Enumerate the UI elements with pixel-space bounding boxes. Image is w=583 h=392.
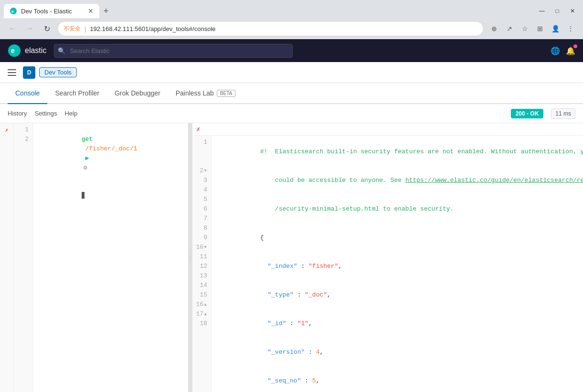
back-button[interactable]: ← — [6, 22, 19, 35]
run-button[interactable]: ▶ — [85, 155, 89, 162]
left-code-content[interactable]: get /fisher/_doc/1 ▶ ⚙ — [33, 123, 188, 392]
notification-badge — [573, 44, 577, 48]
line-num-2: 2 — [16, 135, 29, 144]
gutter-cell-1: ✗ — [1, 125, 12, 135]
rln-16: 16▴ — [194, 300, 207, 309]
key-id: "_id" — [267, 320, 286, 327]
hamburger-line-3 — [8, 75, 16, 76]
comment-text-3: /security-minimal-setup.html to enable s… — [260, 205, 454, 212]
tab-grok-debugger[interactable]: Grok Debugger — [107, 83, 168, 104]
method-keyword: get — [82, 136, 93, 143]
help-button[interactable]: Help — [64, 110, 77, 117]
address-bar[interactable]: 不安全 | 192.168.42.111:5601/app/dev_tools#… — [57, 21, 484, 36]
val-index: "fisher" — [308, 263, 338, 270]
app: e elastic 🔍 🌐 🔔 D Dev Tools — [0, 39, 583, 392]
key-index: "_index" — [267, 263, 297, 270]
rln-12: 12 — [194, 262, 207, 271]
key-type: "_type" — [267, 291, 294, 298]
output-line-7: "_seq_no" : 5, — [215, 367, 583, 392]
notifications-icon[interactable]: 🔔 — [566, 46, 575, 55]
search-input[interactable] — [54, 44, 293, 58]
cursor — [82, 192, 85, 199]
maximize-button[interactable]: □ — [551, 6, 564, 16]
output-line-2: { — [215, 223, 583, 252]
search-wrapper: 🔍 — [54, 44, 293, 58]
dev-tools-breadcrumb[interactable]: Dev Tools — [39, 67, 77, 77]
bookmark-button[interactable]: ☆ — [518, 22, 531, 35]
rln-10: 10▾ — [194, 243, 207, 252]
reload-button[interactable]: ↻ — [40, 22, 53, 35]
rln-7: 7 — [194, 214, 207, 223]
globe-icon[interactable]: 🌐 — [551, 46, 560, 55]
search-icon: 🔍 — [58, 47, 65, 54]
app-header: e elastic 🔍 🌐 🔔 — [0, 39, 583, 62]
profile-button[interactable]: 👤 — [549, 22, 562, 35]
header-actions: 🌐 🔔 — [551, 46, 575, 55]
wrench-icon[interactable]: ⚙ — [84, 164, 87, 171]
history-button[interactable]: History — [8, 110, 27, 117]
address-url: 192.168.42.111:5601/app/dev_tools#/conso… — [90, 25, 477, 32]
output-line-6: "_version" : 4, — [215, 338, 583, 367]
time-badge: 11 ms — [551, 108, 575, 119]
rln-6: 6 — [194, 204, 207, 214]
settings-button[interactable]: Settings — [34, 110, 57, 117]
val-type: "_doc" — [305, 291, 327, 298]
rln-1: 1 — [194, 138, 207, 147]
user-avatar[interactable]: D — [23, 66, 35, 79]
line-num-1: 1 — [16, 125, 29, 135]
rln-14: 14 — [194, 281, 207, 290]
browser-chrome: e Dev Tools - Elastic ✕ + — □ ✕ ← → ↻ 不安… — [0, 0, 583, 39]
left-code-area: ✗ 1 2 get /fisher/_doc/1 ▶ ⚙ — [0, 123, 188, 392]
share-button[interactable]: ↗ — [503, 22, 516, 35]
split-view-button[interactable]: ⊞ — [533, 22, 547, 35]
rln-blank2 — [194, 157, 207, 166]
path-text: /fisher/_doc/1 — [82, 145, 138, 152]
header-search: 🔍 — [54, 44, 293, 58]
rln-17: 17▴ — [194, 309, 207, 319]
code-line-1: get /fisher/_doc/1 ▶ ⚙ — [37, 125, 188, 182]
translate-button[interactable]: ⊕ — [488, 22, 501, 35]
menu-button[interactable]: ⋮ — [564, 22, 577, 35]
panel-divider[interactable]: ⋮ — [189, 123, 192, 392]
tab-search-profiler[interactable]: Search Profiler — [47, 83, 107, 104]
tab-close-icon[interactable]: ✕ — [88, 7, 94, 15]
forward-button[interactable]: → — [23, 22, 36, 35]
elastic-logo-text: elastic — [25, 46, 46, 55]
tab-console[interactable]: Console — [8, 83, 47, 104]
comment-text-1: #! Elasticsearch built-in security featu… — [260, 148, 583, 155]
address-separator: | — [85, 25, 86, 32]
clear-output-icon[interactable]: ✗ — [196, 123, 200, 135]
rln-blank1 — [194, 147, 207, 157]
val-id: "1" — [297, 320, 308, 327]
tabs-bar: Console Search Profiler Grok Debugger Pa… — [0, 83, 583, 104]
hamburger-line-1 — [8, 69, 16, 70]
left-editor: ✗ 1 2 get /fisher/_doc/1 ▶ ⚙ — [0, 123, 189, 392]
status-badge: 200 - OK — [511, 109, 544, 118]
rln-15: 15 — [194, 290, 207, 300]
right-toolbar: ✗ — [192, 123, 583, 136]
output-line-1c: /security-minimal-setup.html to enable s… — [215, 195, 583, 223]
hamburger-button[interactable] — [8, 67, 19, 78]
new-tab-button[interactable]: + — [99, 4, 113, 18]
editor-toolbar: History Settings Help 200 - OK 11 ms — [0, 104, 583, 123]
rln-9: 9 — [194, 233, 207, 243]
elastic-logo-icon: e — [8, 44, 21, 57]
rln-4: 4 — [194, 185, 207, 195]
code-line-2 — [37, 182, 188, 212]
output-line-4: "_type" : "_doc", — [215, 281, 583, 309]
val-seqno: 5 — [312, 377, 316, 384]
security-indicator: 不安全 — [64, 25, 81, 33]
browser-tab[interactable]: e Dev Tools - Elastic ✕ — [4, 4, 99, 18]
rln-11: 11 — [194, 252, 207, 262]
minimize-button[interactable]: — — [535, 6, 549, 16]
close-button[interactable]: ✕ — [566, 6, 579, 16]
rln-3: 3 — [194, 176, 207, 185]
svg-text:e: e — [11, 47, 15, 54]
rln-5: 5 — [194, 195, 207, 204]
output-line-3: "_index" : "fisher", — [215, 252, 583, 281]
error-icon: ✗ — [5, 127, 9, 133]
editor-area: ✗ 1 2 get /fisher/_doc/1 ▶ ⚙ — [0, 123, 583, 392]
right-code-content: #! Elasticsearch built-in security featu… — [212, 136, 583, 392]
tab-painless-lab[interactable]: Painless Lab BETA — [168, 83, 244, 104]
svg-text:e: e — [11, 9, 14, 14]
